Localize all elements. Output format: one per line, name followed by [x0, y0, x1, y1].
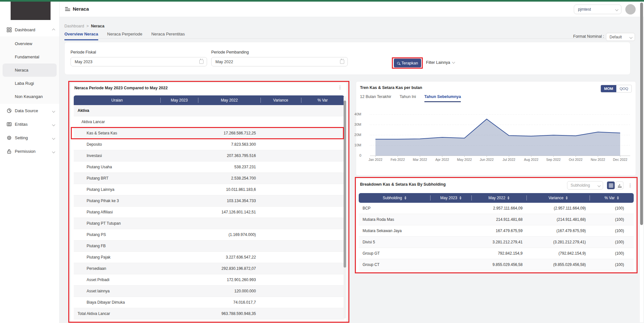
- table-header: Uraian May 2023 May 2022 Variance % Var: [74, 95, 344, 105]
- apply-button[interactable]: Terapkan: [394, 59, 421, 67]
- periode-pembanding-value: May 2022: [215, 60, 233, 64]
- sidebar-item-permission[interactable]: Permission: [0, 144, 59, 158]
- table-row[interactable]: Piutang PS (1.169.974.000): [74, 229, 344, 240]
- column-header-sortable[interactable]: May 2022: [471, 193, 526, 203]
- table-row[interactable]: Persediaan 292.830.196.872,07: [74, 263, 344, 274]
- breadcrumb-current: Neraca: [91, 24, 104, 28]
- sidebar-item-label: Setting: [15, 135, 28, 140]
- user-select-value: pjmtest: [578, 7, 591, 12]
- breakdown-row[interactable]: Group GT 792.842.154,9 (792.842.154,9) (…: [359, 248, 634, 259]
- table-row[interactable]: Piutang Usaha 538.237.231: [74, 162, 344, 173]
- trend-panel: Tren Kas & Setara Kas per bulan MOM QOQ …: [356, 81, 636, 176]
- kebab-menu-icon[interactable]: ⋮: [628, 183, 632, 188]
- breakdown-row[interactable]: Group CT 9.855.029.456,58 (9.855.029.456…: [359, 259, 634, 270]
- user-select[interactable]: pjmtest: [574, 5, 621, 14]
- tab-overview-neraca[interactable]: Overview Neraca: [64, 32, 98, 40]
- more-filters-label: Filter Lainnya: [426, 60, 450, 65]
- mom-qoq-toggle: MOM QOQ: [601, 85, 632, 93]
- periode-fiskal-input[interactable]: May 2023: [71, 57, 207, 66]
- dashboard-icon: [6, 27, 12, 32]
- menu-icon[interactable]: [65, 7, 70, 11]
- column-header-sortable[interactable]: Subholding: [359, 193, 430, 203]
- sidebar-item-label: Dashboard: [15, 27, 35, 32]
- table-row[interactable]: Biaya Dibayar Dimuka 74.016.017,7: [74, 297, 344, 308]
- breakdown-row[interactable]: Mutiara Roda Mas 214.911.481,68 (214.911…: [359, 214, 634, 225]
- table-row[interactable]: Piutang Pajak 3.227.636.547,22: [74, 252, 344, 263]
- sidebar-item-entitas[interactable]: Entitas: [0, 117, 59, 131]
- chevron-down-icon: [630, 35, 632, 39]
- calendar-icon: [199, 60, 204, 64]
- sidebar-item-label: Entitas: [15, 122, 28, 127]
- table-row[interactable]: Asset Pribadi 172.901.260.993: [74, 274, 344, 286]
- column-header: Variance: [260, 95, 301, 105]
- breakdown-panel: Breakdown Kas & Setara Kas By Subholding…: [356, 178, 636, 272]
- sort-icon: [617, 196, 619, 200]
- table-view-button[interactable]: [607, 181, 615, 189]
- sidebar-item-non-keuangan[interactable]: Non Keuangan: [3, 90, 57, 103]
- table-row-kas-setara-kas[interactable]: Kas & Setara Kas 17.268.586.712,25: [74, 128, 344, 139]
- subholding-select[interactable]: Subholding: [567, 181, 603, 190]
- table-row[interactable]: Deposito 7.823.563.300: [74, 139, 344, 150]
- table-row[interactable]: Piutang Pihak ke 3 103.134.354.733: [74, 195, 344, 207]
- tab-tahun-sebelumnya[interactable]: Tahun Sebelumnya: [424, 94, 461, 102]
- pie-chart-icon: [6, 108, 12, 113]
- toggle-qoq[interactable]: QOQ: [616, 85, 631, 92]
- table-row[interactable]: Piutang PT Tutupan: [74, 218, 344, 229]
- chevron-down-icon: [452, 61, 455, 64]
- page-title: Neraca: [73, 6, 89, 12]
- sidebar-item-laba-rugi[interactable]: Laba Rugi: [3, 77, 57, 90]
- avatar[interactable]: [625, 4, 636, 15]
- more-filters-button[interactable]: Filter Lainnya: [426, 60, 455, 65]
- tab-neraca-perentitas[interactable]: Neraca Perentitas: [151, 32, 185, 40]
- column-header-sortable[interactable]: Variance: [526, 193, 590, 203]
- table-row-total[interactable]: Total Aktiva Lancar 963.788.590.948,35: [74, 308, 344, 319]
- sidebar-item-dashboard[interactable]: Dashboard: [0, 23, 59, 36]
- breakdown-row[interactable]: Divisi 5 3.281.212.279,41 (3.281.212.279…: [359, 237, 634, 248]
- tab-neraca-perperiode[interactable]: Neraca Perperiode: [107, 32, 142, 40]
- sidebar-item-label: Neraca: [15, 68, 28, 73]
- breadcrumb-parent[interactable]: Dashboard: [64, 24, 84, 28]
- table-row[interactable]: Piutang Affiliasi 147.126.801.142,51: [74, 207, 344, 218]
- table-row[interactable]: Aktiva: [74, 105, 344, 116]
- kebab-menu-icon[interactable]: ⋮: [338, 85, 342, 90]
- breakdown-row[interactable]: BCP 2.957.111.664,09 (2.957.111.664,09) …: [359, 203, 634, 214]
- column-header-sortable[interactable]: May 2023: [430, 193, 471, 203]
- chevron-down-icon: [52, 135, 55, 140]
- trend-chart[interactable]: 010M20M30M40M Jan 2022Feb 2022Mar 2022Ap…: [350, 111, 633, 165]
- table-row[interactable]: Piutang FB: [74, 240, 344, 252]
- panel-title: Neraca Periode May 2023 Compared to May …: [74, 86, 168, 90]
- table-row[interactable]: Asset lainnya 120.000.000: [74, 286, 344, 297]
- page-scrollbar-thumb[interactable]: [640, 3, 643, 225]
- table-row[interactable]: Investasi 207.363.795.516: [74, 150, 344, 162]
- table-row[interactable]: Piutang BRT 2.538.254.700: [74, 173, 344, 184]
- format-nominal-select[interactable]: Default: [606, 33, 635, 41]
- sidebar-item-overview[interactable]: Overview: [3, 37, 57, 50]
- table-scrollbar-thumb[interactable]: [344, 101, 346, 268]
- filter-card: Periode Fiskal May 2023 Periode Pembandi…: [64, 42, 630, 75]
- app-root: Dashboard Overview Fundamental Neraca La…: [0, 0, 644, 323]
- sidebar-item-neraca[interactable]: Neraca: [3, 64, 57, 77]
- column-header: Uraian: [74, 95, 160, 105]
- tab-tahun-ini[interactable]: Tahun Ini: [400, 94, 416, 102]
- panel-title: Tren Kas & Setara Kas per bulan: [360, 85, 422, 90]
- sidebar-item-data-source[interactable]: Data Source: [0, 104, 59, 117]
- table-row[interactable]: Aktiva Lancar: [74, 116, 344, 128]
- sidebar-item-label: Data Source: [15, 108, 38, 113]
- column-header-sortable[interactable]: % Var: [590, 193, 634, 203]
- breakdown-row[interactable]: Mutiara Sekawan Jaya 167.479.675,59 (167…: [359, 225, 634, 237]
- toggle-mom[interactable]: MOM: [601, 85, 616, 92]
- panel-title: Breakdown Kas & Setara Kas By Subholding: [360, 182, 446, 187]
- tab-12-bulan-terakhir[interactable]: 12 Bulan Terakhir: [360, 94, 391, 102]
- breakdown-table: Subholding May 2023 May 2022 Variance % …: [359, 193, 634, 270]
- table-row[interactable]: Piutang Lainnya 10.011.861.183,6: [74, 184, 344, 195]
- sort-icon: [566, 196, 568, 200]
- page-scrollbar: [640, 2, 643, 322]
- sidebar-item-fundamental[interactable]: Fundamental: [3, 50, 57, 64]
- periode-pembanding-input[interactable]: May 2022: [211, 57, 348, 66]
- sidebar-item-setting[interactable]: Setting: [0, 131, 59, 144]
- chevron-down-icon: [616, 7, 618, 12]
- apply-button-label: Terapkan: [402, 61, 418, 65]
- sort-icon: [404, 196, 406, 200]
- chart-view-button[interactable]: [616, 181, 623, 189]
- sidebar-nav: Dashboard Overview Fundamental Neraca La…: [0, 23, 59, 158]
